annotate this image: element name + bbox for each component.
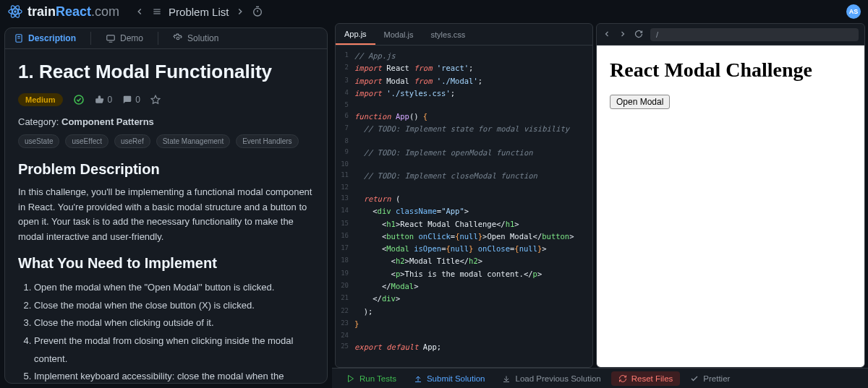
- play-icon: [346, 374, 355, 383]
- open-modal-button[interactable]: Open Modal: [610, 95, 670, 109]
- code-editor[interactable]: App.jsModal.jsstyles.css 1// App.js2impo…: [335, 23, 593, 368]
- user-avatar[interactable]: AS: [846, 4, 861, 19]
- document-icon: [14, 33, 24, 43]
- download-icon: [502, 374, 511, 383]
- list-item: Open the modal when the "Open Modal" but…: [34, 279, 314, 297]
- section-problem-description: Problem Description: [18, 161, 314, 178]
- problem-list-link[interactable]: Problem List: [169, 6, 229, 18]
- difficulty-badge: Medium: [18, 93, 63, 106]
- svg-point-0: [14, 10, 17, 13]
- browser-back-icon[interactable]: [603, 30, 613, 40]
- list-item: Close the modal when clicking outside of…: [34, 314, 314, 332]
- gear-icon: [173, 33, 183, 43]
- nav-back-icon[interactable]: [134, 6, 145, 17]
- problem-card: Description Demo Solution 1. React Modal…: [4, 27, 328, 384]
- concept-tag[interactable]: State Management: [156, 134, 231, 148]
- timer-icon[interactable]: [252, 6, 263, 17]
- run-tests-button[interactable]: Run Tests: [339, 371, 404, 386]
- list-item: Close the modal when the close button (X…: [34, 297, 314, 315]
- concept-tag[interactable]: Event Handlers: [236, 134, 298, 148]
- tab-demo[interactable]: Demo: [106, 33, 143, 43]
- prettier-button[interactable]: Prettier: [683, 371, 737, 386]
- like-button[interactable]: 0: [95, 95, 113, 105]
- category-label: Category: Component Patterns: [18, 116, 314, 127]
- menu-icon[interactable]: [151, 6, 163, 17]
- svg-marker-18: [349, 375, 354, 381]
- comment-button[interactable]: 0: [122, 95, 140, 105]
- list-item: Implement keyboard accessibility: close …: [34, 368, 314, 383]
- check-icon: [690, 374, 699, 383]
- preview-viewport: React Modal Challenge Open Modal: [597, 46, 864, 367]
- tab-description[interactable]: Description: [14, 33, 76, 43]
- svg-point-15: [176, 37, 179, 40]
- react-logo-icon: [7, 4, 23, 20]
- preview-url-input[interactable]: [650, 28, 859, 41]
- list-item: Prevent the modal from closing when clic…: [34, 332, 314, 368]
- browser-forward-icon[interactable]: [618, 30, 629, 40]
- concept-tag[interactable]: useRef: [114, 134, 150, 148]
- nav-forward-icon[interactable]: [234, 6, 246, 17]
- tab-solution[interactable]: Solution: [173, 33, 218, 43]
- site-logo[interactable]: trainReact.com: [7, 4, 119, 20]
- submit-solution-button[interactable]: Submit Solution: [407, 371, 493, 386]
- concept-tag[interactable]: useState: [18, 134, 59, 148]
- solved-check-icon: [73, 94, 85, 105]
- refresh-icon: [618, 374, 627, 383]
- problem-title: 1. React Modal Functionality: [18, 61, 314, 83]
- upload-icon: [414, 374, 422, 383]
- preview-heading: React Modal Challenge: [610, 59, 851, 82]
- reset-files-button[interactable]: Reset Files: [611, 371, 681, 386]
- svg-rect-13: [107, 35, 115, 40]
- file-tab[interactable]: Modal.js: [375, 24, 422, 45]
- monitor-icon: [106, 33, 116, 43]
- browser-reload-icon[interactable]: [634, 30, 644, 40]
- file-tab[interactable]: styles.css: [422, 24, 475, 45]
- section-what-to-implement: What You Need to Implement: [18, 255, 314, 272]
- load-previous-button[interactable]: Load Previous Solution: [495, 371, 608, 386]
- problem-description-text: In this challenge, you'll be implementin…: [18, 185, 314, 245]
- file-tab[interactable]: App.js: [336, 24, 375, 45]
- svg-marker-17: [151, 95, 160, 103]
- star-button[interactable]: [150, 95, 161, 105]
- concept-tag[interactable]: useEffect: [65, 134, 109, 148]
